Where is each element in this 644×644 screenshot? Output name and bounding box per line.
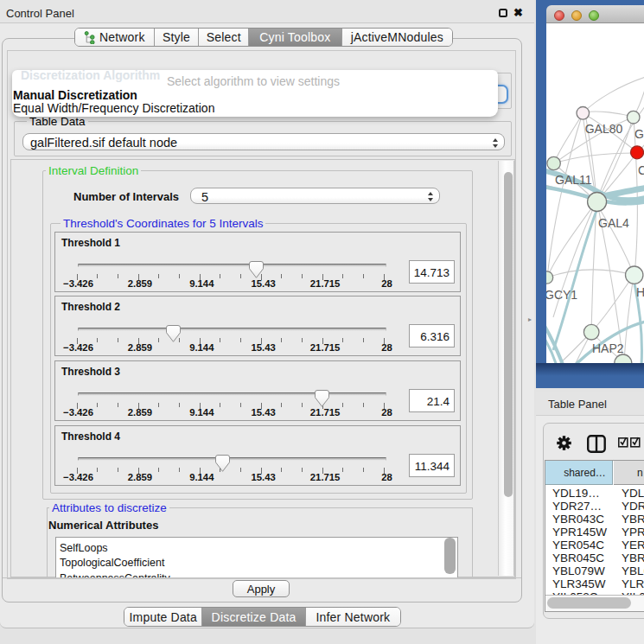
svg-text:GAL4: GAL4: [598, 216, 629, 230]
svg-text:GAL80: GAL80: [585, 122, 623, 136]
svg-text:H: H: [636, 285, 644, 299]
svg-text:HAP2: HAP2: [592, 341, 624, 355]
svg-text:GAL11: GAL11: [555, 173, 592, 187]
svg-text:C: C: [638, 163, 644, 177]
svg-text:G.: G.: [634, 127, 644, 141]
svg-text:GCY1: GCY1: [546, 288, 577, 302]
